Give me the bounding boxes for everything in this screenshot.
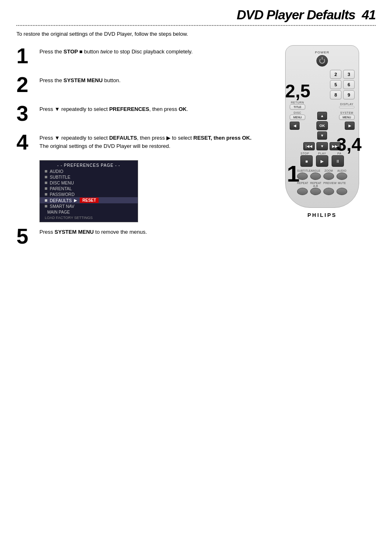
- power-label: POWER: [290, 51, 355, 54]
- power-section: POWER: [290, 51, 355, 67]
- menu-item-audio: AUDIO: [40, 168, 138, 174]
- repeat-ab-button[interactable]: [310, 188, 321, 195]
- dpad-up-button[interactable]: ▲: [317, 112, 327, 120]
- step-number-3: 3: [16, 103, 35, 124]
- remote-column: 2,5 3,4 1 POWER 2 5 8: [269, 45, 376, 254]
- menu-bullet: [45, 187, 47, 190]
- menu-arrow-icon: ▶: [74, 198, 77, 203]
- num-btn-9[interactable]: 9: [343, 90, 355, 99]
- preview-button[interactable]: [323, 188, 334, 195]
- repeat-buttons-row: [290, 188, 355, 195]
- num-btn-6[interactable]: 6: [343, 80, 355, 89]
- menu-bullet: [45, 176, 47, 178]
- step-number-5: 5: [16, 226, 35, 247]
- step-number-1: 1: [16, 45, 35, 67]
- dpad-left-button[interactable]: ◀: [290, 122, 300, 130]
- down-v-button[interactable]: ▼: [316, 142, 328, 150]
- number-column-2: 3 6 9: [343, 70, 355, 99]
- step-text-2: Press the SYSTEM MENU button.: [39, 74, 120, 85]
- display-button[interactable]: [339, 106, 355, 108]
- mute-button[interactable]: [337, 188, 347, 195]
- menu-main-page-label: MAIN PAGE: [47, 210, 70, 214]
- menu-bullet: [45, 193, 47, 196]
- prev-chapter-button[interactable]: |◀◀: [303, 142, 315, 150]
- angle-label: ANGLE: [310, 169, 321, 172]
- main-content: 1 Press the STOP ■ button twice to stop …: [0, 45, 392, 254]
- power-button[interactable]: [316, 55, 328, 67]
- disc-menu-button[interactable]: MENU: [290, 115, 305, 120]
- remote-step-label-1: 1: [287, 162, 300, 185]
- menu-item-parental: PARENTAL: [40, 186, 138, 191]
- return-display-row: RETURN TITLE DISPLAY: [290, 101, 355, 110]
- repeat-button[interactable]: [297, 188, 308, 195]
- menu-bullet: [45, 205, 47, 207]
- step-number-4: 4: [16, 131, 35, 153]
- page-header: DVD Player Defaults 41: [0, 0, 392, 25]
- step-5: 5 Press SYSTEM MENU to remove the menus.: [16, 226, 261, 247]
- step-text-5: Press SYSTEM MENU to remove the menus.: [39, 226, 147, 236]
- menu-item-smart-nav: SMART NAV: [40, 203, 138, 209]
- system-menu-button[interactable]: MENU: [339, 115, 355, 120]
- menu-screenshot: - - PREFERENCES PAGE - - AUDIO SUBTITLE …: [39, 160, 138, 222]
- dpad-down-button[interactable]: ▼: [317, 131, 327, 140]
- remote-step-label-34: 3,4: [337, 136, 362, 154]
- step-text-3: Press ▼ repeatedly to select PREFERENCES…: [39, 103, 188, 113]
- play-button[interactable]: ▶: [316, 155, 328, 167]
- num-btn-5[interactable]: 5: [330, 80, 341, 89]
- dpad-right-button[interactable]: ▶: [345, 122, 355, 130]
- menu-bullet: [45, 199, 47, 202]
- step-text-1: Press the STOP ■ button twice to stop Di…: [39, 45, 193, 56]
- angle-button[interactable]: [310, 173, 321, 180]
- ok-button[interactable]: OK: [316, 121, 328, 130]
- zoom-label: ZOOM: [323, 169, 334, 172]
- return-label: RETURN: [291, 101, 304, 104]
- intro-text: To restore the original settings of the …: [16, 31, 376, 37]
- divider-rule: [16, 25, 376, 26]
- system-label: SYSTEM: [340, 111, 353, 114]
- preview-label: PREVIEW: [323, 182, 334, 187]
- zoom-button[interactable]: [323, 173, 334, 180]
- menu-header: - - PREFERENCES PAGE - -: [40, 162, 138, 168]
- step-4: 4 Press ▼ repeatedly to select DEFAULTS,…: [16, 131, 261, 153]
- disc-label: DISC: [294, 111, 302, 114]
- audio-button[interactable]: [337, 173, 347, 180]
- page-number: 41: [362, 7, 376, 22]
- menu-reset-box: RESET: [80, 198, 98, 203]
- remote-step-label-25: 2,5: [285, 82, 310, 100]
- pause-button[interactable]: ⏸: [332, 155, 344, 167]
- menu-item-subtitle: SUBTITLE: [40, 174, 138, 180]
- num-btn-2[interactable]: 2: [330, 70, 341, 79]
- menu-item-password: PASSWORD: [40, 191, 138, 197]
- num-btn-8[interactable]: 8: [330, 90, 341, 99]
- page-title: DVD Player Defaults: [237, 7, 355, 22]
- repeat-ab-label: REPEAT A-B: [310, 182, 321, 187]
- play-label: PLAY: [316, 152, 328, 155]
- philips-brand-label: PHILIPS: [281, 212, 363, 222]
- menu-footer-row: MAIN PAGE: [40, 209, 138, 215]
- power-icon: [319, 58, 325, 64]
- steps-column: 1 Press the STOP ■ button twice to stop …: [16, 45, 261, 254]
- disc-up-system-row: DISC MENU ▲ SYSTEM MENU: [290, 111, 355, 120]
- left-ok-right-row: ◀ OK ▶: [290, 121, 355, 130]
- stop-label: STOP: [299, 152, 311, 155]
- menu-item-disc-menu: DISC MENU: [40, 180, 138, 186]
- menu-item-defaults: DEFAULTS ▶ RESET: [40, 197, 138, 203]
- step-text-4: Press ▼ repeatedly to select DEFAULTS, t…: [39, 131, 261, 150]
- number-column: 2 5 8: [330, 70, 341, 99]
- menu-bullet: [45, 182, 47, 184]
- audio-func-label: AUDIO: [337, 169, 347, 172]
- num-btn-3[interactable]: 3: [343, 70, 355, 79]
- step-1: 1 Press the STOP ■ button twice to stop …: [16, 45, 261, 67]
- step-2: 2 Press the SYSTEM MENU button.: [16, 74, 261, 95]
- stop-button[interactable]: ■: [300, 155, 313, 167]
- step-3: 3 Press ▼ repeatedly to select PREFERENC…: [16, 103, 261, 124]
- step-number-2: 2: [16, 74, 35, 95]
- title-button[interactable]: TITLE: [290, 104, 305, 110]
- menu-load-text: LOAD FACTORY SETTINGS: [40, 215, 138, 220]
- menu-bullet: [45, 170, 47, 173]
- remote-wrapper: 2,5 3,4 1 POWER 2 5 8: [281, 45, 363, 222]
- display-label: DISPLAY: [340, 103, 354, 106]
- mute-label: MUTE: [337, 182, 347, 187]
